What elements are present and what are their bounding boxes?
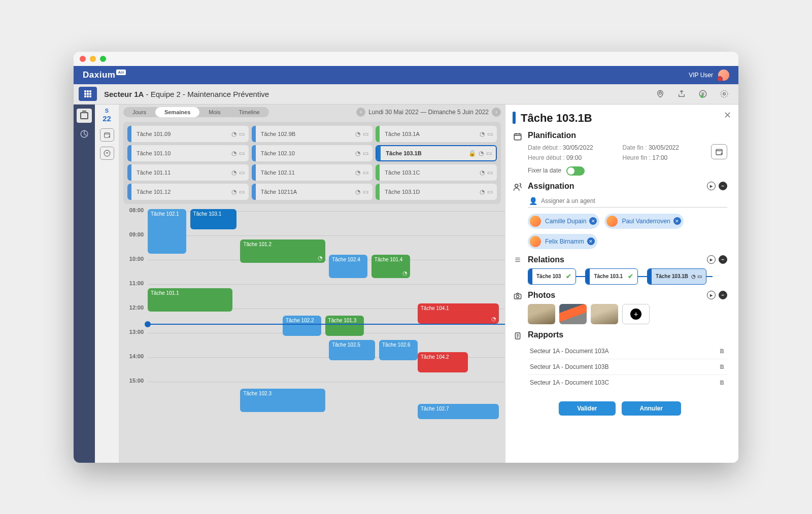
location-icon[interactable] xyxy=(655,89,665,99)
pool-task-card[interactable]: Tâche 102.11◔▭ xyxy=(252,164,373,181)
pool-task-card[interactable]: Tâche 103.1B🔒◔▭ xyxy=(376,145,497,161)
photo-thumb[interactable] xyxy=(528,304,555,324)
hour-label: 10:00 xyxy=(119,255,148,279)
apps-grid-button[interactable] xyxy=(79,87,97,101)
pool-task-card[interactable]: Tâche 102.9B◔▭ xyxy=(252,126,373,142)
hour-label: 08:00 xyxy=(119,206,148,230)
sidebar-calendar[interactable] xyxy=(77,109,92,123)
now-indicator xyxy=(148,324,505,325)
validate-button[interactable]: Valider xyxy=(559,401,615,416)
pool-task-card[interactable]: Tâche 101.10◔▭ xyxy=(127,145,249,161)
photo-thumb[interactable] xyxy=(559,304,587,324)
calendar-icon xyxy=(513,131,523,176)
view-mois[interactable]: Mois xyxy=(199,107,229,117)
section-rapports: Rapports xyxy=(528,330,727,339)
hour-label: 14:00 xyxy=(119,352,148,376)
view-jours[interactable]: Jours xyxy=(123,107,155,117)
svg-rect-7 xyxy=(514,133,521,140)
panel-close[interactable]: ✕ xyxy=(724,110,731,121)
calendar-event[interactable]: Tâche 104.1◔ xyxy=(418,303,499,324)
camera-icon xyxy=(513,291,523,324)
chip-remove[interactable]: ✕ xyxy=(673,217,681,225)
fix-date-toggle[interactable] xyxy=(566,166,585,176)
user-avatar[interactable] xyxy=(718,70,729,81)
calendar-event[interactable]: Tâche 102.4 xyxy=(329,255,367,278)
week-column: S22 xyxy=(95,105,119,463)
hour-label: 11:00 xyxy=(119,279,148,303)
svg-point-0 xyxy=(659,92,662,94)
panel-title: Tâche 103.1B xyxy=(521,112,592,125)
section-assignation: Assignation xyxy=(528,182,574,190)
collapse-up-button[interactable] xyxy=(100,147,114,160)
pool-task-card[interactable]: Tâche 103.1C◔▭ xyxy=(376,164,497,181)
calendar-event[interactable]: Tâche 102.7 xyxy=(418,404,499,419)
window-titlebar xyxy=(74,52,738,66)
rel-collapse[interactable]: − xyxy=(719,255,727,264)
pool-task-card[interactable]: Tâche 103.1A◔▭ xyxy=(376,126,497,142)
calendar-event[interactable]: Tâche 103.1 xyxy=(190,209,236,229)
report-row[interactable]: Secteur 1A - Document 103A🗎 xyxy=(528,344,727,359)
calendar-event[interactable]: Tâche 102.6 xyxy=(379,340,418,360)
calendar-event[interactable]: Tâche 102.1 xyxy=(148,209,186,254)
calendar-event[interactable]: Tâche 102.2 xyxy=(283,316,321,336)
calendar-event[interactable]: Tâche 101.1 xyxy=(148,288,232,312)
report-icon xyxy=(513,330,523,390)
export-icon[interactable] xyxy=(676,89,687,99)
photo-thumb[interactable] xyxy=(591,304,618,324)
calendar-event[interactable]: Tâche 101.4◔ xyxy=(371,255,410,278)
photo-add-button[interactable]: + xyxy=(622,304,650,324)
report-row[interactable]: Secteur 1A - Document 103C🗎 xyxy=(528,375,727,390)
photo-collapse[interactable]: − xyxy=(719,291,727,299)
user-label: VIP User xyxy=(689,72,713,79)
maximize-dot[interactable] xyxy=(100,56,106,62)
calendar-event[interactable]: Tâche 102.5 xyxy=(329,340,375,360)
relation-node[interactable]: Tâche 103.1✔ xyxy=(585,268,638,285)
relation-node[interactable]: Tâche 103.1B ◔ ▭ xyxy=(647,268,706,285)
calendar-event[interactable]: Tâche 101.2◔ xyxy=(240,239,325,263)
settings-icon[interactable] xyxy=(719,89,729,99)
app-logo: DaxiumAir xyxy=(83,70,126,80)
chip-remove[interactable]: ✕ xyxy=(587,237,595,245)
pool-task-card[interactable]: Tâche 101.12◔▭ xyxy=(127,184,249,200)
rel-expand[interactable]: ▸ xyxy=(707,255,716,264)
calendar-event[interactable]: Tâche 101.3 xyxy=(325,316,364,336)
assign-collapse[interactable]: − xyxy=(719,182,727,190)
calendar-event[interactable]: Tâche 102.3 xyxy=(240,389,325,412)
view-mode-segment: Jours Semaines Mois Timeline xyxy=(123,107,269,117)
date-prev[interactable]: ‹ xyxy=(356,108,365,117)
filter-icon[interactable] xyxy=(698,89,708,99)
calendar-event[interactable]: Tâche 104.2 xyxy=(418,352,468,372)
hour-label: 12:00 xyxy=(119,303,148,328)
chip-remove[interactable]: ✕ xyxy=(589,217,597,225)
report-row[interactable]: Secteur 1A - Document 103B🗎 xyxy=(528,359,727,375)
section-photos: Photos xyxy=(528,291,555,299)
close-dot[interactable] xyxy=(80,56,86,62)
date-next[interactable]: › xyxy=(492,108,501,117)
agent-chip[interactable]: Felix Birnamm✕ xyxy=(528,234,597,249)
agent-chip[interactable]: Paul Vanderroven✕ xyxy=(604,214,683,229)
svg-point-11 xyxy=(516,295,519,297)
toolbar: Secteur 1A - Equipe 2 - Maintenance Prév… xyxy=(74,84,738,105)
minimize-dot[interactable] xyxy=(90,56,96,62)
relation-node[interactable]: Tâche 103✔ xyxy=(528,268,576,285)
assign-expand[interactable]: ▸ xyxy=(707,182,716,190)
detail-panel: ✕ Tâche 103.1B Planification Date début … xyxy=(505,105,738,463)
left-sidebar xyxy=(74,105,95,463)
view-timeline[interactable]: Timeline xyxy=(230,107,269,117)
add-calendar-button[interactable] xyxy=(100,128,114,142)
pool-task-card[interactable]: Tâche 103.1D◔▭ xyxy=(376,184,497,200)
assign-input[interactable] xyxy=(528,195,727,208)
pool-task-card[interactable]: Tâche 10211A◔▭ xyxy=(252,184,373,200)
pool-task-card[interactable]: Tâche 102.10◔▭ xyxy=(252,145,373,161)
calendar-add-button[interactable] xyxy=(711,144,727,159)
pool-task-card[interactable]: Tâche 101.11◔▭ xyxy=(127,164,249,181)
section-relations: Relations xyxy=(528,255,564,264)
view-semaines[interactable]: Semaines xyxy=(155,107,199,117)
person-icon: 👤 xyxy=(529,197,537,205)
sidebar-chart[interactable] xyxy=(77,127,92,141)
agent-chip[interactable]: Camille Dupain✕ xyxy=(528,214,599,229)
now-indicator-dot xyxy=(145,321,151,327)
photo-expand[interactable]: ▸ xyxy=(707,291,716,299)
cancel-button[interactable]: Annuler xyxy=(622,401,681,416)
pool-task-card[interactable]: Tâche 101.09◔▭ xyxy=(127,126,249,142)
